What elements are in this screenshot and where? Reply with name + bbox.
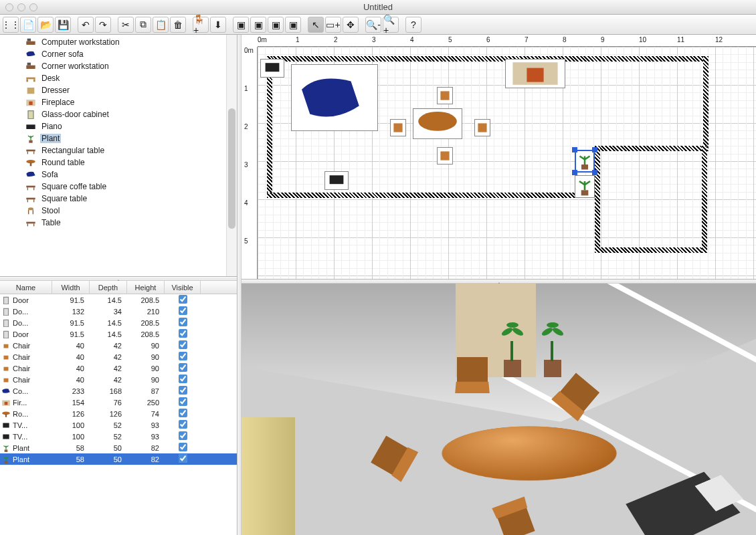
- resize-handle[interactable]: [592, 147, 597, 152]
- catalog-item[interactable]: Round table: [0, 156, 237, 169]
- table-row[interactable]: Chair404290: [0, 351, 237, 362]
- visible-checkbox[interactable]: [179, 329, 187, 338]
- table-row[interactable]: Door91.514.5208.5: [0, 294, 237, 306]
- align-center-icon[interactable]: ▣: [250, 17, 266, 33]
- table-row[interactable]: Chair404290: [0, 374, 237, 385]
- plan-item-round-table[interactable]: [413, 108, 462, 139]
- table-row[interactable]: Chair404290: [0, 362, 237, 374]
- plan-item-chair[interactable]: [437, 87, 453, 104]
- visible-checkbox[interactable]: [179, 352, 187, 360]
- cell-depth: 52: [90, 433, 127, 441]
- furniture-catalog[interactable]: Computer workstationCorner sofaCorner wo…: [0, 35, 237, 277]
- cell-name: TV...: [13, 433, 27, 441]
- table-row[interactable]: Chair404290: [0, 340, 237, 351]
- plan-item-fireplace[interactable]: [505, 59, 565, 88]
- undo-icon[interactable]: ↶: [78, 17, 94, 33]
- table-row[interactable]: Fir...15476250: [0, 397, 237, 408]
- resize-handle[interactable]: [572, 170, 577, 175]
- catalog-item-label: Fireplace: [40, 98, 76, 107]
- plan-item-chair[interactable]: [474, 119, 490, 136]
- delete-icon[interactable]: 🗑: [170, 17, 186, 33]
- zoom-in-icon[interactable]: 🔍+: [383, 17, 399, 33]
- table-row[interactable]: Door91.514.5208.5: [0, 328, 237, 340]
- visible-checkbox[interactable]: [179, 420, 187, 429]
- visible-checkbox[interactable]: [179, 386, 187, 395]
- create-walls-icon[interactable]: ▭+: [325, 17, 341, 33]
- 3d-view[interactable]: [242, 284, 756, 535]
- visible-checkbox[interactable]: [179, 295, 187, 304]
- column-header[interactable]: Name: [0, 281, 52, 294]
- table-row[interactable]: TV...1005293: [0, 419, 237, 431]
- plan-item-chair[interactable]: [437, 147, 453, 165]
- catalog-item[interactable]: Glass-door cabinet: [0, 108, 237, 120]
- save-icon[interactable]: 💾: [55, 17, 71, 33]
- catalog-item[interactable]: Table: [0, 217, 237, 229]
- visible-checkbox[interactable]: [179, 454, 187, 463]
- table-row[interactable]: Plant585082: [0, 453, 237, 465]
- catalog-item[interactable]: Computer workstation: [0, 36, 237, 48]
- plan-item-plant-selected[interactable]: [575, 150, 595, 173]
- table-row[interactable]: TV...1005293: [0, 431, 237, 442]
- cell-depth: 14.5: [90, 296, 127, 304]
- pan-icon[interactable]: ✥: [343, 17, 359, 33]
- redo-icon[interactable]: ↷: [95, 17, 111, 33]
- catalog-item[interactable]: Sofa: [0, 169, 237, 181]
- table-row[interactable]: Ro...12612674: [0, 408, 237, 419]
- open-icon[interactable]: 📂: [37, 17, 54, 33]
- cut-icon[interactable]: ✂: [118, 17, 134, 33]
- plan-item-chair[interactable]: [390, 119, 406, 136]
- catalog-item[interactable]: Piano: [0, 120, 237, 132]
- align-left-icon[interactable]: ▣: [233, 17, 249, 33]
- catalog-item[interactable]: Plant: [0, 132, 237, 144]
- column-header[interactable]: Height: [127, 281, 165, 294]
- catalog-item[interactable]: Square coffe table: [0, 181, 237, 193]
- table-row[interactable]: Plant585082: [0, 442, 237, 453]
- visible-checkbox[interactable]: [179, 340, 187, 349]
- plan-item-sofa[interactable]: [291, 64, 378, 131]
- select-icon[interactable]: ↖: [308, 17, 324, 33]
- cell-name: Chair: [13, 364, 30, 372]
- table-header[interactable]: NameWidthDepthHeightVisible: [0, 281, 237, 294]
- table-row[interactable]: Do...91.514.5208.5: [0, 317, 237, 328]
- visible-checkbox[interactable]: [179, 306, 187, 315]
- add-furniture-icon[interactable]: 🪑+: [193, 17, 209, 33]
- resize-handle[interactable]: [572, 147, 577, 152]
- catalog-item[interactable]: Dresser: [0, 84, 237, 96]
- ruler-tick: 7: [525, 36, 529, 43]
- resize-handle[interactable]: [592, 170, 597, 175]
- new-icon[interactable]: 📄: [20, 17, 36, 33]
- zoom-out-icon[interactable]: 🔍-: [365, 17, 381, 33]
- paste-icon[interactable]: 📋: [153, 17, 169, 33]
- column-header[interactable]: Visible: [165, 281, 201, 294]
- catalog-scrollbar[interactable]: [226, 35, 237, 276]
- table-row[interactable]: Do...13234210: [0, 306, 237, 317]
- table-row[interactable]: Co...23316887: [0, 385, 237, 397]
- visible-checkbox[interactable]: [179, 374, 187, 383]
- visible-checkbox[interactable]: [179, 397, 187, 406]
- visible-checkbox[interactable]: [179, 409, 187, 417]
- column-header[interactable]: Width: [52, 281, 90, 294]
- grip-icon[interactable]: ⋮⋮: [3, 17, 19, 33]
- catalog-item[interactable]: Square table: [0, 193, 237, 205]
- catalog-item[interactable]: Rectangular table: [0, 144, 237, 156]
- plan-item-plant[interactable]: [575, 175, 595, 198]
- align-right-icon[interactable]: ▣: [268, 17, 284, 33]
- plan-item-tv[interactable]: [324, 171, 349, 190]
- catalog-item[interactable]: Corner sofa: [0, 48, 237, 60]
- catalog-item[interactable]: Desk: [0, 72, 237, 84]
- plan-view-2d[interactable]: 0m123456789101112 0m12345: [242, 35, 756, 280]
- catalog-item[interactable]: Stool: [0, 205, 237, 217]
- visible-checkbox[interactable]: [179, 431, 187, 440]
- catalog-item[interactable]: Fireplace: [0, 96, 237, 108]
- help-icon[interactable]: ?: [405, 17, 421, 33]
- column-header[interactable]: Depth: [90, 281, 127, 294]
- catalog-item[interactable]: Corner workstation: [0, 60, 237, 72]
- visible-checkbox[interactable]: [179, 443, 187, 451]
- visible-checkbox[interactable]: [179, 318, 187, 326]
- import-icon[interactable]: ⬇: [210, 17, 226, 33]
- copy-icon[interactable]: ⧉: [135, 17, 151, 33]
- svg-rect-45: [5, 461, 8, 463]
- plan-item-tv[interactable]: [260, 59, 284, 78]
- align-top-icon[interactable]: ▣: [285, 17, 301, 33]
- visible-checkbox[interactable]: [179, 363, 187, 372]
